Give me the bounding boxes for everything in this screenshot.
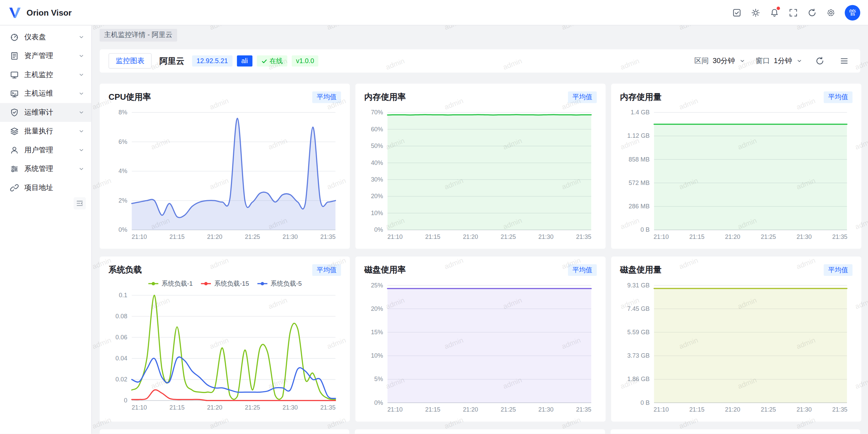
notification-badge bbox=[777, 6, 780, 10]
average-value-tag[interactable]: 平均值 bbox=[824, 264, 852, 276]
svg-text:21:20: 21:20 bbox=[207, 233, 222, 240]
sidebar-item-assets[interactable]: 资产管理 bbox=[0, 46, 91, 65]
svg-text:21:30: 21:30 bbox=[282, 233, 298, 240]
host-monitor-icon bbox=[10, 70, 19, 79]
svg-text:21:20: 21:20 bbox=[463, 406, 478, 413]
app-root: Orion Visor 管 仪表盘资产管理主机监控主机运维运维审计批量执行用户管… bbox=[0, 0, 868, 434]
chart-card-2: 内存使用率平均值0%10%20%30%40%50%60%70%21:1021:1… bbox=[355, 84, 606, 249]
average-value-tag[interactable]: 平均值 bbox=[824, 91, 852, 103]
legend-marker-icon bbox=[257, 281, 268, 286]
sidebar-item-host-monitor[interactable]: 主机监控 bbox=[0, 65, 91, 84]
legend-marker-icon bbox=[148, 281, 159, 286]
chart-controls: 区间 30分钟 窗口 1分钟 bbox=[694, 54, 851, 68]
svg-text:5.59 GB: 5.59 GB bbox=[627, 329, 650, 336]
legend-item[interactable]: 系统负载-1 bbox=[148, 280, 193, 288]
svg-text:1.86 GB: 1.86 GB bbox=[627, 376, 650, 382]
svg-text:21:10: 21:10 bbox=[388, 406, 403, 413]
bell-icon[interactable] bbox=[765, 4, 784, 21]
charts-grid: CPU使用率平均值0%2%4%6%8%21:1021:1521:2021:252… bbox=[100, 84, 860, 422]
tab-monitor-charts[interactable]: 监控图表 bbox=[108, 53, 152, 69]
chart-card-6: 磁盘使用量平均值0 B1.86 GB3.73 GB5.59 GB7.45 GB9… bbox=[611, 257, 861, 422]
sidebar-item-link[interactable]: 项目地址 bbox=[0, 178, 91, 197]
check-square-icon[interactable] bbox=[727, 4, 746, 21]
average-value-tag[interactable]: 平均值 bbox=[568, 91, 597, 103]
dashboard-icon bbox=[10, 33, 19, 41]
sun-icon[interactable] bbox=[746, 4, 765, 21]
batch-icon bbox=[10, 127, 19, 136]
svg-text:1.12 GB: 1.12 GB bbox=[627, 132, 650, 139]
interval-label: 区间 bbox=[694, 56, 709, 66]
tag-text: v1.0.0 bbox=[296, 57, 314, 65]
average-value-tag[interactable]: 平均值 bbox=[568, 264, 597, 276]
app-title: Orion Visor bbox=[26, 8, 72, 17]
chevron-down-icon bbox=[78, 128, 85, 135]
chevron-down-icon bbox=[78, 166, 85, 172]
svg-text:20%: 20% bbox=[371, 193, 383, 200]
sidebar-item-label: 主机运维 bbox=[24, 89, 53, 98]
fullscreen-icon[interactable] bbox=[784, 4, 803, 21]
svg-text:0 B: 0 B bbox=[640, 399, 650, 406]
svg-text:3.73 GB: 3.73 GB bbox=[627, 352, 650, 359]
svg-text:7.45 GB: 7.45 GB bbox=[627, 305, 650, 312]
svg-text:50%: 50% bbox=[371, 143, 383, 149]
tag-text: 12.92.5.21 bbox=[197, 57, 228, 65]
chart-card-5: 磁盘使用率平均值0%5%10%15%20%25%21:1021:1521:202… bbox=[355, 257, 606, 422]
sidebar-item-audit[interactable]: 运维审计 bbox=[0, 103, 91, 122]
legend-label: 系统负载-1 bbox=[162, 280, 193, 288]
svg-text:21:35: 21:35 bbox=[832, 406, 847, 413]
svg-text:21:35: 21:35 bbox=[320, 233, 336, 240]
chart-card-4: 系统负载平均值系统负载-1系统负载-15系统负载-500.020.040.060… bbox=[100, 257, 350, 422]
svg-text:0.04: 0.04 bbox=[116, 355, 127, 362]
chevron-down-icon bbox=[78, 34, 85, 41]
sidebar-item-label: 项目地址 bbox=[24, 183, 53, 193]
sidebar-item-label: 用户管理 bbox=[24, 145, 53, 155]
svg-text:21:20: 21:20 bbox=[207, 404, 222, 411]
sidebar-item-batch[interactable]: 批量执行 bbox=[0, 122, 91, 141]
breadcrumb[interactable]: 主机监控详情 - 阿里云 bbox=[100, 29, 177, 42]
legend-label: 系统负载-5 bbox=[271, 280, 302, 288]
user-avatar[interactable]: 管 bbox=[845, 5, 860, 20]
sidebar-item-users[interactable]: 用户管理 bbox=[0, 141, 91, 160]
svg-text:21:35: 21:35 bbox=[576, 233, 591, 240]
svg-text:20%: 20% bbox=[371, 305, 383, 312]
main-content: 主机监控详情 - 阿里云 监控图表 阿里云 12.92.5.21ali在线v1.… bbox=[92, 25, 868, 434]
svg-text:0%: 0% bbox=[374, 226, 383, 233]
host-name: 阿里云 bbox=[159, 56, 184, 66]
host-status-tag: 在线 bbox=[257, 55, 287, 67]
sidebar-item-host-ops[interactable]: 主机运维 bbox=[0, 84, 91, 103]
chart-title: 系统负载 bbox=[108, 265, 142, 275]
chevron-down-icon bbox=[78, 147, 85, 154]
average-value-tag[interactable]: 平均值 bbox=[312, 264, 341, 276]
svg-text:21:15: 21:15 bbox=[170, 233, 185, 240]
svg-text:21:10: 21:10 bbox=[388, 233, 403, 240]
chart-list-button[interactable] bbox=[837, 54, 851, 68]
app-logo[interactable]: Orion Visor bbox=[8, 5, 72, 20]
sidebar-item-system[interactable]: 系统管理 bbox=[0, 159, 91, 178]
svg-text:0: 0 bbox=[124, 397, 127, 404]
legend-item[interactable]: 系统负载-15 bbox=[200, 280, 249, 288]
svg-text:21:30: 21:30 bbox=[282, 404, 298, 411]
chart-title: 磁盘使用量 bbox=[620, 265, 662, 275]
sidebar-item-dashboard[interactable]: 仪表盘 bbox=[0, 28, 91, 47]
chart-canvas: 0%2%4%6%8%21:1021:1521:2021:2521:3021:35 bbox=[108, 106, 341, 244]
window-select[interactable]: 窗口 1分钟 bbox=[755, 56, 803, 66]
svg-text:21:10: 21:10 bbox=[132, 404, 147, 411]
svg-text:25%: 25% bbox=[371, 282, 383, 289]
svg-text:70%: 70% bbox=[371, 109, 383, 116]
legend-label: 系统负载-15 bbox=[214, 280, 249, 288]
gear-icon[interactable] bbox=[822, 4, 841, 21]
sidebar-collapse-button[interactable] bbox=[74, 197, 86, 209]
chart-canvas: 0 B286 MB572 MB858 MB1.12 GB1.4 GB21:102… bbox=[620, 106, 853, 244]
legend-item[interactable]: 系统负载-5 bbox=[257, 280, 302, 288]
refresh-icon[interactable] bbox=[803, 4, 822, 21]
interval-select[interactable]: 区间 30分钟 bbox=[694, 56, 746, 66]
svg-text:572 MB: 572 MB bbox=[629, 180, 650, 186]
average-value-tag[interactable]: 平均值 bbox=[312, 91, 341, 103]
chart-title: CPU使用率 bbox=[108, 92, 151, 102]
svg-text:21:35: 21:35 bbox=[832, 233, 847, 240]
refresh-charts-button[interactable] bbox=[813, 54, 827, 68]
svg-text:8%: 8% bbox=[119, 109, 127, 116]
svg-text:0.02: 0.02 bbox=[116, 376, 127, 383]
sidebar: 仪表盘资产管理主机监控主机运维运维审计批量执行用户管理系统管理项目地址 bbox=[0, 25, 92, 434]
svg-text:21:15: 21:15 bbox=[689, 233, 705, 240]
